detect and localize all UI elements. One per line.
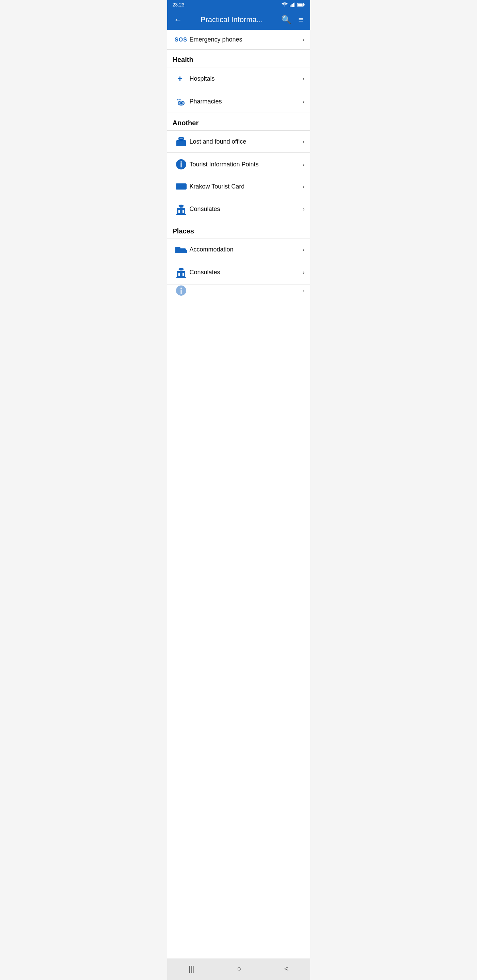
hospitals-label: Hospitals bbox=[190, 75, 303, 82]
consulates2-item[interactable]: Consulates › bbox=[167, 260, 310, 285]
emergency-phones-label: Emergency phones bbox=[190, 36, 303, 43]
svg-rect-17 bbox=[180, 163, 182, 167]
consulates-label: Consulates bbox=[190, 205, 303, 213]
consulates2-label: Consulates bbox=[190, 269, 303, 276]
lost-found-item[interactable]: Lost and found office › bbox=[167, 130, 310, 153]
status-icons bbox=[282, 2, 305, 7]
tourist-card-item[interactable]: Krakow Tourist Card › bbox=[167, 176, 310, 197]
battery-icon bbox=[297, 3, 305, 7]
svg-rect-23 bbox=[179, 210, 180, 213]
more-icon bbox=[172, 285, 190, 296]
consulates-icon bbox=[172, 203, 190, 215]
hospitals-icon: + bbox=[172, 73, 190, 84]
recents-button[interactable]: ||| bbox=[180, 963, 202, 975]
status-bar: 23:23 bbox=[167, 0, 310, 10]
svg-rect-7 bbox=[298, 4, 302, 6]
svg-rect-30 bbox=[177, 271, 185, 278]
chevron-icon: › bbox=[303, 183, 305, 190]
accommodation-label: Accommodation bbox=[190, 246, 303, 253]
svg-rect-6 bbox=[304, 4, 305, 5]
hospitals-item[interactable]: + Hospitals › bbox=[167, 67, 310, 90]
info-circle-icon bbox=[172, 159, 190, 170]
svg-text:+: + bbox=[177, 73, 182, 84]
chevron-icon: › bbox=[303, 246, 305, 253]
svg-rect-1 bbox=[291, 5, 292, 7]
svg-rect-24 bbox=[182, 210, 184, 213]
svg-rect-4 bbox=[294, 3, 295, 7]
wifi-icon bbox=[282, 2, 288, 7]
svg-rect-3 bbox=[293, 3, 294, 7]
consulates2-icon bbox=[172, 266, 190, 278]
svg-rect-11 bbox=[179, 103, 183, 104]
svg-rect-0 bbox=[290, 5, 290, 7]
content-area: SOS Emergency phones › Health + Hospital… bbox=[167, 30, 310, 959]
home-button[interactable]: ○ bbox=[229, 963, 250, 975]
svg-rect-29 bbox=[176, 247, 180, 250]
chevron-icon: › bbox=[303, 161, 305, 168]
tourist-info-label: Tourist Information Points bbox=[190, 161, 303, 168]
places-section-header: Places bbox=[167, 221, 310, 239]
svg-point-38 bbox=[180, 288, 182, 289]
pharmacies-label: Pharmacies bbox=[190, 98, 303, 105]
sos-icon: SOS bbox=[172, 37, 190, 43]
signal-icon bbox=[290, 2, 295, 7]
svg-text:24h: 24h bbox=[177, 98, 181, 101]
card-icon bbox=[172, 182, 190, 191]
pharmacies-icon: 24h bbox=[172, 96, 190, 107]
bottom-nav: ||| ○ < bbox=[167, 959, 310, 980]
consulates-item[interactable]: Consulates › bbox=[167, 197, 310, 221]
pharmacies-item[interactable]: 24h Pharmacies › bbox=[167, 90, 310, 113]
lost-found-label: Lost and found office bbox=[190, 138, 303, 145]
svg-rect-33 bbox=[179, 273, 180, 276]
briefcase-icon bbox=[172, 137, 190, 146]
chevron-icon: › bbox=[303, 269, 305, 276]
svg-rect-22 bbox=[176, 214, 186, 215]
chevron-icon: › bbox=[303, 138, 305, 145]
svg-point-25 bbox=[179, 205, 184, 207]
page-title: Practical Informa... bbox=[188, 15, 276, 24]
svg-point-18 bbox=[180, 161, 182, 163]
chevron-icon: › bbox=[303, 36, 305, 43]
app-bar: ← Practical Informa... 🔍 ≡ bbox=[167, 10, 310, 30]
svg-rect-37 bbox=[180, 290, 182, 294]
tourist-info-item[interactable]: Tourist Information Points › bbox=[167, 153, 310, 176]
chevron-icon: › bbox=[303, 205, 305, 213]
svg-rect-34 bbox=[182, 273, 184, 276]
svg-rect-32 bbox=[176, 277, 186, 278]
accommodation-item[interactable]: Accommodation › bbox=[167, 239, 310, 260]
svg-rect-2 bbox=[292, 4, 292, 7]
status-time: 23:23 bbox=[172, 2, 185, 8]
search-button[interactable]: 🔍 bbox=[280, 14, 293, 26]
svg-rect-19 bbox=[175, 183, 187, 189]
bed-icon bbox=[172, 245, 190, 254]
chevron-icon: › bbox=[303, 75, 305, 82]
chevron-icon: › bbox=[303, 98, 305, 105]
menu-button[interactable]: ≡ bbox=[297, 14, 305, 26]
svg-point-35 bbox=[179, 268, 184, 270]
tourist-card-label: Krakow Tourist Card bbox=[190, 183, 303, 190]
svg-rect-20 bbox=[177, 208, 185, 215]
health-section-header: Health bbox=[167, 50, 310, 67]
more-item[interactable]: › bbox=[167, 285, 310, 297]
emergency-phones-item[interactable]: SOS Emergency phones › bbox=[167, 30, 310, 50]
back-nav-button[interactable]: < bbox=[276, 963, 297, 975]
back-button[interactable]: ← bbox=[172, 14, 183, 26]
another-section-header: Another bbox=[167, 113, 310, 130]
